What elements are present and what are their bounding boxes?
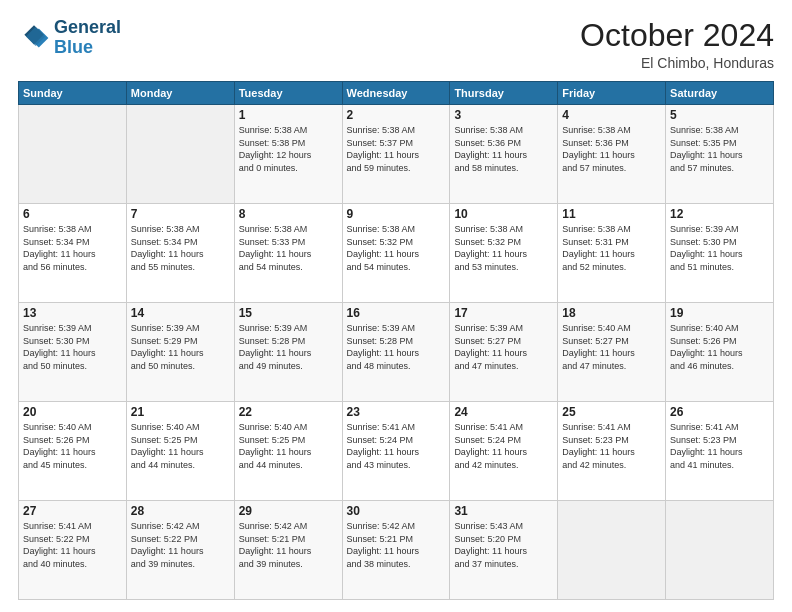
day-cell: 11Sunrise: 5:38 AM Sunset: 5:31 PM Dayli…	[558, 204, 666, 303]
day-number: 26	[670, 405, 769, 419]
day-cell: 2Sunrise: 5:38 AM Sunset: 5:37 PM Daylig…	[342, 105, 450, 204]
col-saturday: Saturday	[666, 82, 774, 105]
day-cell: 24Sunrise: 5:41 AM Sunset: 5:24 PM Dayli…	[450, 402, 558, 501]
day-cell: 12Sunrise: 5:39 AM Sunset: 5:30 PM Dayli…	[666, 204, 774, 303]
day-cell: 8Sunrise: 5:38 AM Sunset: 5:33 PM Daylig…	[234, 204, 342, 303]
day-info: Sunrise: 5:38 AM Sunset: 5:34 PM Dayligh…	[131, 223, 230, 273]
day-number: 4	[562, 108, 661, 122]
day-cell: 30Sunrise: 5:42 AM Sunset: 5:21 PM Dayli…	[342, 501, 450, 600]
week-row-5: 27Sunrise: 5:41 AM Sunset: 5:22 PM Dayli…	[19, 501, 774, 600]
week-row-1: 1Sunrise: 5:38 AM Sunset: 5:38 PM Daylig…	[19, 105, 774, 204]
day-number: 14	[131, 306, 230, 320]
week-row-3: 13Sunrise: 5:39 AM Sunset: 5:30 PM Dayli…	[19, 303, 774, 402]
day-number: 30	[347, 504, 446, 518]
day-cell: 4Sunrise: 5:38 AM Sunset: 5:36 PM Daylig…	[558, 105, 666, 204]
day-number: 28	[131, 504, 230, 518]
day-cell: 1Sunrise: 5:38 AM Sunset: 5:38 PM Daylig…	[234, 105, 342, 204]
day-cell: 27Sunrise: 5:41 AM Sunset: 5:22 PM Dayli…	[19, 501, 127, 600]
header-row: Sunday Monday Tuesday Wednesday Thursday…	[19, 82, 774, 105]
col-sunday: Sunday	[19, 82, 127, 105]
day-cell: 10Sunrise: 5:38 AM Sunset: 5:32 PM Dayli…	[450, 204, 558, 303]
day-cell: 19Sunrise: 5:40 AM Sunset: 5:26 PM Dayli…	[666, 303, 774, 402]
day-info: Sunrise: 5:40 AM Sunset: 5:26 PM Dayligh…	[23, 421, 122, 471]
day-cell: 7Sunrise: 5:38 AM Sunset: 5:34 PM Daylig…	[126, 204, 234, 303]
day-number: 8	[239, 207, 338, 221]
day-cell: 3Sunrise: 5:38 AM Sunset: 5:36 PM Daylig…	[450, 105, 558, 204]
day-info: Sunrise: 5:40 AM Sunset: 5:26 PM Dayligh…	[670, 322, 769, 372]
day-number: 7	[131, 207, 230, 221]
col-monday: Monday	[126, 82, 234, 105]
day-cell: 14Sunrise: 5:39 AM Sunset: 5:29 PM Dayli…	[126, 303, 234, 402]
day-info: Sunrise: 5:38 AM Sunset: 5:36 PM Dayligh…	[562, 124, 661, 174]
day-number: 23	[347, 405, 446, 419]
day-info: Sunrise: 5:38 AM Sunset: 5:35 PM Dayligh…	[670, 124, 769, 174]
logo-blue: Blue	[54, 37, 93, 57]
title-block: October 2024 El Chimbo, Honduras	[580, 18, 774, 71]
day-number: 20	[23, 405, 122, 419]
day-cell: 23Sunrise: 5:41 AM Sunset: 5:24 PM Dayli…	[342, 402, 450, 501]
day-info: Sunrise: 5:41 AM Sunset: 5:23 PM Dayligh…	[562, 421, 661, 471]
day-number: 11	[562, 207, 661, 221]
day-info: Sunrise: 5:38 AM Sunset: 5:32 PM Dayligh…	[454, 223, 553, 273]
day-number: 22	[239, 405, 338, 419]
day-info: Sunrise: 5:39 AM Sunset: 5:28 PM Dayligh…	[239, 322, 338, 372]
day-info: Sunrise: 5:42 AM Sunset: 5:21 PM Dayligh…	[347, 520, 446, 570]
day-info: Sunrise: 5:40 AM Sunset: 5:25 PM Dayligh…	[131, 421, 230, 471]
day-info: Sunrise: 5:42 AM Sunset: 5:21 PM Dayligh…	[239, 520, 338, 570]
day-cell: 20Sunrise: 5:40 AM Sunset: 5:26 PM Dayli…	[19, 402, 127, 501]
day-number: 5	[670, 108, 769, 122]
day-info: Sunrise: 5:42 AM Sunset: 5:22 PM Dayligh…	[131, 520, 230, 570]
day-info: Sunrise: 5:38 AM Sunset: 5:38 PM Dayligh…	[239, 124, 338, 174]
day-cell: 22Sunrise: 5:40 AM Sunset: 5:25 PM Dayli…	[234, 402, 342, 501]
day-cell: 28Sunrise: 5:42 AM Sunset: 5:22 PM Dayli…	[126, 501, 234, 600]
day-number: 10	[454, 207, 553, 221]
day-number: 3	[454, 108, 553, 122]
day-info: Sunrise: 5:40 AM Sunset: 5:27 PM Dayligh…	[562, 322, 661, 372]
day-cell: 21Sunrise: 5:40 AM Sunset: 5:25 PM Dayli…	[126, 402, 234, 501]
day-number: 19	[670, 306, 769, 320]
week-row-4: 20Sunrise: 5:40 AM Sunset: 5:26 PM Dayli…	[19, 402, 774, 501]
col-tuesday: Tuesday	[234, 82, 342, 105]
logo-general: General	[54, 17, 121, 37]
day-info: Sunrise: 5:38 AM Sunset: 5:32 PM Dayligh…	[347, 223, 446, 273]
day-info: Sunrise: 5:38 AM Sunset: 5:37 PM Dayligh…	[347, 124, 446, 174]
day-number: 21	[131, 405, 230, 419]
logo-icon	[18, 22, 50, 54]
day-info: Sunrise: 5:39 AM Sunset: 5:28 PM Dayligh…	[347, 322, 446, 372]
day-cell: 31Sunrise: 5:43 AM Sunset: 5:20 PM Dayli…	[450, 501, 558, 600]
day-number: 25	[562, 405, 661, 419]
day-cell	[558, 501, 666, 600]
day-info: Sunrise: 5:38 AM Sunset: 5:31 PM Dayligh…	[562, 223, 661, 273]
day-number: 13	[23, 306, 122, 320]
day-number: 17	[454, 306, 553, 320]
day-cell	[126, 105, 234, 204]
day-info: Sunrise: 5:38 AM Sunset: 5:34 PM Dayligh…	[23, 223, 122, 273]
day-info: Sunrise: 5:43 AM Sunset: 5:20 PM Dayligh…	[454, 520, 553, 570]
day-cell: 9Sunrise: 5:38 AM Sunset: 5:32 PM Daylig…	[342, 204, 450, 303]
day-info: Sunrise: 5:40 AM Sunset: 5:25 PM Dayligh…	[239, 421, 338, 471]
month-title: October 2024	[580, 18, 774, 53]
day-info: Sunrise: 5:38 AM Sunset: 5:36 PM Dayligh…	[454, 124, 553, 174]
day-number: 15	[239, 306, 338, 320]
day-number: 6	[23, 207, 122, 221]
logo: General Blue	[18, 18, 121, 58]
day-number: 27	[23, 504, 122, 518]
day-cell: 6Sunrise: 5:38 AM Sunset: 5:34 PM Daylig…	[19, 204, 127, 303]
header: General Blue October 2024 El Chimbo, Hon…	[18, 18, 774, 71]
day-number: 31	[454, 504, 553, 518]
col-thursday: Thursday	[450, 82, 558, 105]
col-wednesday: Wednesday	[342, 82, 450, 105]
page: General Blue October 2024 El Chimbo, Hon…	[0, 0, 792, 612]
col-friday: Friday	[558, 82, 666, 105]
day-info: Sunrise: 5:41 AM Sunset: 5:22 PM Dayligh…	[23, 520, 122, 570]
subtitle: El Chimbo, Honduras	[580, 55, 774, 71]
day-number: 9	[347, 207, 446, 221]
day-cell	[19, 105, 127, 204]
day-number: 18	[562, 306, 661, 320]
calendar-table: Sunday Monday Tuesday Wednesday Thursday…	[18, 81, 774, 600]
day-cell: 17Sunrise: 5:39 AM Sunset: 5:27 PM Dayli…	[450, 303, 558, 402]
day-info: Sunrise: 5:39 AM Sunset: 5:27 PM Dayligh…	[454, 322, 553, 372]
day-number: 24	[454, 405, 553, 419]
day-number: 16	[347, 306, 446, 320]
day-cell: 16Sunrise: 5:39 AM Sunset: 5:28 PM Dayli…	[342, 303, 450, 402]
